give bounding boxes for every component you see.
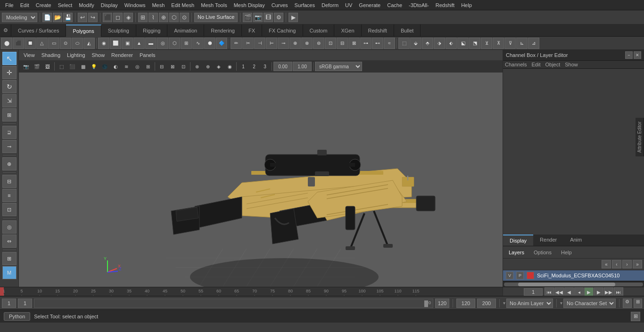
undo-btn[interactable]: ↩: [78, 13, 87, 22]
snap-surface-btn[interactable]: ⬡: [169, 13, 179, 22]
vp-hud-btn[interactable]: ⊠: [167, 61, 178, 72]
helix-btn[interactable]: ∿: [192, 38, 204, 49]
menu-display[interactable]: Display: [98, 1, 121, 9]
tab-fx[interactable]: FX: [242, 24, 262, 37]
rp-scrollbar[interactable]: [503, 281, 644, 287]
python-tab[interactable]: Python: [4, 312, 30, 321]
extrude2-btn[interactable]: ⬚: [398, 38, 410, 49]
torus2-btn[interactable]: ◎: [157, 38, 168, 49]
layer-btn-4[interactable]: »: [633, 260, 642, 268]
vp-menu-panels[interactable]: Panels: [137, 51, 158, 59]
maya-logo-btn[interactable]: M: [2, 266, 17, 279]
layer-btn-1[interactable]: «: [602, 260, 611, 268]
connect-btn[interactable]: ⊗: [301, 38, 313, 49]
le-tab-render[interactable]: Render: [533, 235, 563, 246]
open-file-btn[interactable]: 📂: [53, 13, 62, 22]
step-back-btn[interactable]: ◀: [564, 287, 574, 296]
extra1-btn[interactable]: ▶: [289, 13, 298, 22]
collapse-btn[interactable]: ⊶: [360, 38, 372, 49]
align-btn[interactable]: ≡: [2, 189, 17, 202]
quadrangulate-btn[interactable]: ⊿: [528, 38, 539, 49]
paint-select-btn[interactable]: ⊸: [2, 140, 17, 153]
menu-edit[interactable]: Edit: [17, 1, 33, 9]
ipr-btn[interactable]: 📷: [253, 13, 263, 22]
retopo-btn[interactable]: ⊼: [493, 38, 504, 49]
layer-color-swatch[interactable]: [527, 272, 534, 279]
seq-btn[interactable]: 🎞: [264, 13, 273, 22]
target-weld-btn[interactable]: ⊠: [348, 38, 360, 49]
render-settings-btn[interactable]: ⚙: [274, 13, 283, 22]
tab-animation[interactable]: Animation: [167, 24, 204, 37]
snap-point-btn[interactable]: ⊕: [159, 13, 168, 22]
layer-playback-btn[interactable]: P: [516, 272, 524, 279]
skip-to-start-btn[interactable]: ⏮: [545, 287, 554, 296]
cylinder-btn[interactable]: 🔲: [25, 38, 36, 49]
le-tab-display[interactable]: Display: [503, 235, 533, 246]
vp-aa-btn[interactable]: ⊞: [143, 61, 153, 72]
tab-polygons[interactable]: Polygons: [66, 24, 101, 37]
snap-grid-btn[interactable]: ⊞: [138, 13, 148, 22]
le-subtab-layers[interactable]: Layers: [505, 248, 528, 257]
vp-dof-btn[interactable]: ◎: [132, 61, 142, 72]
mirror-btn[interactable]: ⬗: [434, 38, 445, 49]
extra2-btn[interactable]: 🔷: [216, 38, 227, 49]
show-manip-btn[interactable]: ⊕: [2, 157, 17, 170]
menu-edit-mesh[interactable]: Edit Mesh: [168, 1, 198, 9]
paint-mode-btn[interactable]: ◈: [124, 13, 133, 22]
tab-sculpting[interactable]: Sculpting: [101, 24, 136, 37]
skip-to-end-btn[interactable]: ⏭: [614, 287, 623, 296]
vp-film-btn[interactable]: 🎬: [32, 61, 42, 72]
menu-mesh-display[interactable]: Mesh Display: [231, 1, 268, 9]
bridge-btn[interactable]: ⊕: [289, 38, 301, 49]
next-key-btn[interactable]: ▶▶: [604, 287, 613, 296]
vp-grid-btn[interactable]: ⊟: [157, 61, 167, 72]
menu-cache[interactable]: Cache: [384, 1, 405, 9]
cb-close-btn[interactable]: ✕: [634, 51, 641, 59]
vp-wire-btn[interactable]: ⬚: [56, 61, 66, 72]
cyl2-btn[interactable]: ▣: [122, 38, 133, 49]
torus-btn[interactable]: ⊙: [60, 38, 71, 49]
vp-sel-hl-btn[interactable]: ⊗: [192, 61, 202, 72]
tab-fx-caching[interactable]: FX Caching: [262, 24, 303, 37]
extract-btn[interactable]: ⬙: [410, 38, 421, 49]
flip-btn[interactable]: ⊷: [372, 38, 383, 49]
vp-light-btn[interactable]: 💡: [89, 61, 99, 72]
vp-xray-btn[interactable]: ◈: [214, 61, 224, 72]
separate-btn[interactable]: ⬖: [446, 38, 457, 49]
menu-windows[interactable]: Windows: [121, 1, 149, 9]
combine-btn[interactable]: ⬕: [457, 38, 469, 49]
vp-ao-btn[interactable]: ◐: [110, 61, 121, 72]
soccer-btn[interactable]: ⬢: [204, 38, 215, 49]
cube2-btn[interactable]: ⬜: [110, 38, 121, 49]
cone-btn[interactable]: △: [36, 38, 48, 49]
rotate-tool-btn[interactable]: ↻: [2, 80, 17, 93]
bc-current-frame[interactable]: 1: [2, 299, 16, 308]
boolean-btn[interactable]: ⬔: [469, 38, 480, 49]
vp-disp1-btn[interactable]: 1: [238, 61, 248, 72]
new-file-btn[interactable]: 📄: [42, 13, 52, 22]
menu-modify[interactable]: Modify: [75, 1, 97, 9]
status-right-btn[interactable]: ⊞: [631, 312, 640, 321]
layer-btn-2[interactable]: ‹: [612, 260, 621, 268]
menu-mesh-tools[interactable]: Mesh Tools: [198, 1, 230, 9]
character-set-select[interactable]: No Character Set: [563, 299, 616, 308]
tab-xgen[interactable]: XGen: [334, 24, 361, 37]
menu-redshift[interactable]: Redshift: [432, 1, 458, 9]
vp-shadow-btn[interactable]: 🌑: [99, 61, 110, 72]
play-back-btn[interactable]: ◂: [574, 287, 584, 296]
tab-rendering[interactable]: Rendering: [204, 24, 242, 37]
vp-menu-view[interactable]: View: [21, 51, 38, 59]
render-btn[interactable]: 🎬: [243, 13, 252, 22]
vp-motion-btn[interactable]: ≋: [121, 61, 132, 72]
vp-menu-show[interactable]: Show: [89, 51, 108, 59]
vp-iso-btn[interactable]: ⊕: [203, 61, 213, 72]
timeline-range-bar[interactable]: 120: [34, 299, 433, 308]
cb-collapse-btn[interactable]: −: [625, 51, 633, 59]
tab-custom[interactable]: Custom: [303, 24, 335, 37]
platonic-btn[interactable]: ⬡: [169, 38, 180, 49]
menu-help[interactable]: Help: [458, 1, 475, 9]
pencil-btn[interactable]: ✏: [231, 38, 242, 49]
menu-mesh[interactable]: Mesh: [149, 1, 168, 9]
snap-curve-btn[interactable]: ⌇: [149, 13, 158, 22]
vp-menu-renderer[interactable]: Renderer: [108, 51, 136, 59]
